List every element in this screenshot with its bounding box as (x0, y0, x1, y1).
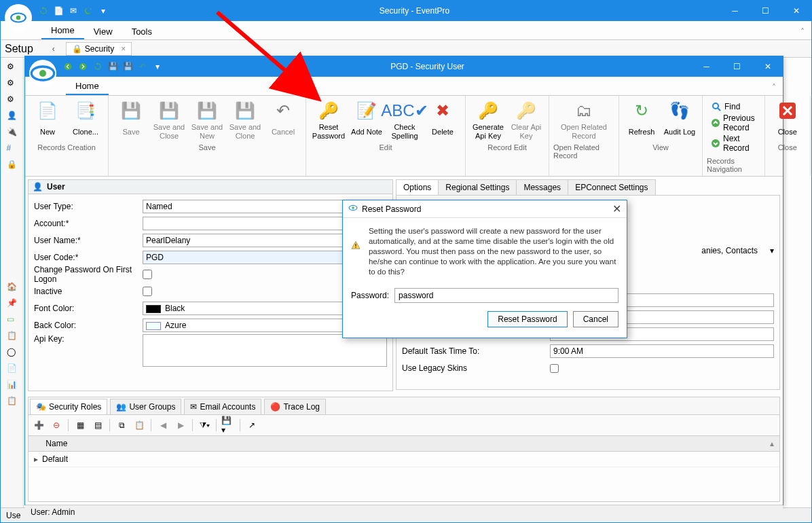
card-icon[interactable]: ▭ (7, 314, 19, 327)
next-record-link[interactable]: Next Record (711, 134, 756, 153)
doc-tab-close-icon[interactable]: × (121, 44, 126, 54)
password-field[interactable] (394, 288, 619, 303)
refresh-icon: ↻ (631, 100, 652, 122)
ribbon-collapse-icon[interactable]: ˄ (794, 24, 811, 39)
user-icon[interactable]: 👤 (7, 111, 19, 123)
doc-icon[interactable]: 📄 (7, 363, 19, 376)
add-icon[interactable]: ➕ (31, 418, 46, 433)
check-spelling-button[interactable]: ABC✔Check Spelling (386, 98, 423, 142)
qat-prev-icon[interactable] (62, 60, 74, 73)
list-icon[interactable]: 📋 (7, 331, 19, 343)
maximize-button[interactable]: ☐ (750, 1, 781, 21)
clone-button[interactable]: 📑Clone... (67, 98, 104, 142)
qat-undo-icon[interactable]: ↶ (136, 60, 149, 73)
tab-tools[interactable]: Tools (122, 24, 162, 39)
new-button[interactable]: 📄New (29, 98, 66, 142)
copy-icon[interactable]: ⧉ (114, 418, 129, 433)
tab-home[interactable]: Home (41, 22, 84, 39)
gear-icon[interactable]: ⚙ (7, 94, 19, 107)
child-tab-home[interactable]: Home (66, 78, 109, 95)
save-button[interactable]: 💾Save (113, 98, 149, 142)
tab-regional[interactable]: Regional Settings (438, 179, 517, 195)
gear-icon[interactable]: ⚙ (7, 62, 19, 74)
reset-password-button[interactable]: 🔑Reset Password (310, 98, 347, 142)
tab-options[interactable]: Options (396, 179, 439, 195)
home-icon[interactable]: 🏠 (7, 282, 19, 294)
reset-password-confirm-button[interactable]: Reset Password (487, 311, 567, 327)
svg-point-3 (39, 70, 46, 77)
inactive-checkbox[interactable] (143, 287, 152, 296)
setup-collapse-icon[interactable]: ‹ (47, 44, 60, 54)
lock-icon[interactable]: 🔒 (7, 160, 19, 172)
api-key-field[interactable] (143, 334, 387, 367)
tab-messages[interactable]: Messages (516, 179, 568, 195)
clipboard-icon[interactable]: 📋 (7, 396, 19, 408)
layout-icon[interactable]: ▤ (90, 418, 105, 433)
default-task-time-field[interactable] (550, 344, 774, 358)
dialog-close-icon[interactable]: ✕ (612, 202, 621, 215)
previous-record-link[interactable]: Previous Record (711, 113, 756, 132)
child-minimize-button[interactable]: ─ (691, 56, 722, 77)
email-accounts-tab[interactable]: ✉Email Accounts (184, 399, 261, 414)
use-legacy-checkbox[interactable] (550, 364, 559, 373)
qat-dropdown-icon[interactable]: ▾ (151, 60, 164, 73)
cancel-button[interactable]: ↶Cancel (265, 98, 301, 142)
dot-icon: 🔴 (270, 402, 280, 412)
lock-icon: 🔒 (72, 44, 82, 54)
hash-icon[interactable]: # (7, 143, 19, 156)
qat-doc-icon[interactable]: 📄 (52, 5, 64, 17)
plug-icon[interactable]: 🔌 (7, 127, 19, 139)
gear-icon[interactable]: ⚙ (7, 78, 19, 90)
tab-view[interactable]: View (84, 24, 122, 39)
save-clone-button[interactable]: 💾Save and Clone (227, 98, 263, 142)
qat-saveclose-icon[interactable]: 💾 (122, 60, 134, 73)
qat-mail-icon[interactable]: ✉ (67, 5, 79, 17)
grid-icon[interactable]: ▦ (73, 418, 88, 433)
trace-log-tab[interactable]: 🔴Trace Log (264, 399, 326, 414)
doc-tab-security[interactable]: 🔒 Security × (66, 42, 132, 56)
qat-next-icon[interactable] (77, 60, 89, 73)
child-close-button[interactable]: ✕ (752, 56, 783, 77)
refresh-button[interactable]: ↻Refresh (623, 98, 660, 142)
save-layout-icon[interactable]: 💾▾ (221, 418, 236, 433)
setup-label: Setup (5, 43, 33, 55)
sort-icon[interactable]: ▴ (770, 439, 774, 448)
user-groups-tab[interactable]: 👥User Groups (110, 399, 181, 414)
paste-icon[interactable]: 📋 (132, 418, 147, 433)
child-maximize-button[interactable]: ☐ (722, 56, 752, 77)
calc-icon[interactable]: 📊 (7, 380, 19, 392)
minimize-button[interactable]: ─ (720, 1, 750, 21)
ribbon-group-label: Close (778, 142, 797, 153)
qat-refresh-icon[interactable] (92, 60, 104, 73)
generate-api-key-button[interactable]: 🔑Generate Api Key (470, 98, 506, 142)
qat-refresh-icon[interactable] (37, 5, 50, 17)
qat-dropdown-icon[interactable]: ▾ (97, 5, 109, 17)
find-link[interactable]: Find (711, 101, 756, 112)
ribbon-collapse-icon[interactable]: ˄ (765, 80, 783, 95)
prev-icon[interactable]: ◀ (155, 418, 170, 433)
qat-save-icon[interactable]: 💾 (107, 60, 119, 73)
tab-epconnect[interactable]: EPConnect Settings (568, 179, 655, 195)
filter-icon[interactable]: ⧩▾ (197, 418, 212, 433)
remove-icon[interactable]: ⊖ (49, 418, 64, 433)
change-pw-checkbox[interactable] (143, 270, 152, 279)
pin-icon[interactable]: 📌 (7, 298, 19, 310)
export-icon[interactable]: ↗ (244, 418, 259, 433)
security-roles-tab[interactable]: 🎭Security Roles (30, 399, 107, 414)
next-icon[interactable]: ▶ (173, 418, 188, 433)
close-button[interactable]: ✕ (781, 1, 811, 21)
qat-reload-icon[interactable] (82, 5, 94, 17)
open-related-button[interactable]: 🗂Open Related Record (553, 98, 614, 142)
delete-button[interactable]: ✖Delete (424, 98, 461, 142)
save-close-button[interactable]: 💾Save and Close (151, 98, 187, 142)
save-new-button[interactable]: 💾Save and New (189, 98, 225, 142)
column-name[interactable]: Name (45, 439, 67, 448)
table-row[interactable]: ▸ Default (29, 452, 779, 467)
clear-api-key-button[interactable]: 🔑Clear Api Key (508, 98, 545, 142)
close-window-button[interactable]: Close (769, 98, 806, 142)
account-label: Account:* (34, 219, 143, 228)
cancel-button[interactable]: Cancel (573, 311, 619, 327)
circle-icon[interactable]: ◯ (7, 347, 19, 359)
audit-log-button[interactable]: 👣Audit Log (661, 98, 698, 142)
add-note-button[interactable]: 📝Add Note (348, 98, 385, 142)
